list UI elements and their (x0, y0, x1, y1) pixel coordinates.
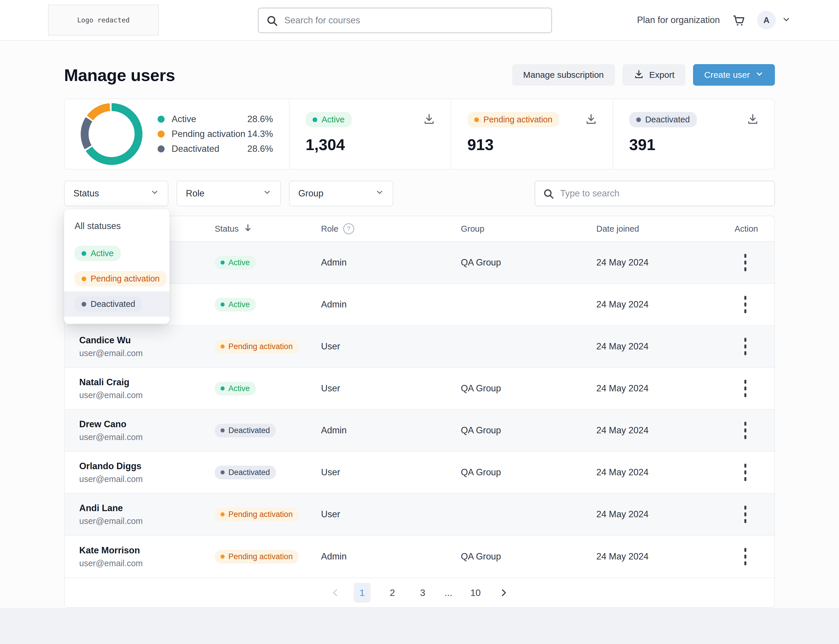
next-page-button[interactable] (499, 588, 509, 598)
download-button[interactable] (423, 112, 435, 126)
account-chevron-down-icon[interactable] (782, 15, 791, 25)
table-row: Andi Lane user@email.com Pending activat… (65, 494, 774, 536)
previous-page-button[interactable] (330, 588, 340, 598)
table-row: Active Admin QA Group 24 May 2024 (65, 242, 774, 284)
status-dot-icon (313, 117, 317, 122)
table-header-row: Status Role ? Group Date joined Action (65, 216, 774, 242)
status-badge: Deactivated (629, 112, 697, 127)
plan-for-organization-link[interactable]: Plan for organization (637, 15, 720, 25)
status-badge: Active (215, 298, 256, 312)
legend-item: Pending activation 14.3% (158, 129, 273, 139)
download-button[interactable] (585, 112, 598, 126)
status-dot-icon (220, 512, 225, 516)
status-filter-label: Status (74, 188, 99, 199)
kebab-icon (744, 422, 746, 426)
row-actions-button[interactable] (742, 419, 749, 442)
row-actions-button[interactable] (742, 335, 749, 358)
row-actions-button[interactable] (742, 251, 749, 274)
status-badge-label: Deactivated (228, 426, 270, 435)
logo[interactable]: Logo redacted (48, 5, 159, 36)
pagination-ellipsis: ... (445, 588, 452, 598)
page-button-10[interactable]: 10 (466, 583, 486, 603)
status-dot-icon (220, 470, 225, 475)
cart-button[interactable] (732, 13, 745, 27)
kebab-icon (744, 463, 746, 468)
kebab-icon (744, 338, 746, 342)
status-dot-icon (82, 276, 86, 281)
status-filter-menu: All statuses Active Pending activation D… (64, 209, 169, 324)
users-table: Status Role ? Group Date joined Action A… (64, 216, 775, 608)
create-user-label: Create user (704, 70, 750, 80)
group-cell: QA Group (461, 383, 596, 394)
page-button-2[interactable]: 2 (384, 583, 401, 603)
legend-item: Active 28.6% (158, 114, 273, 125)
role-cell: User (321, 509, 461, 519)
column-header-group: Group (461, 224, 596, 234)
date-joined-cell: 24 May 2024 (596, 425, 729, 435)
user-stats-card: Active 28.6% Pending activation 14.3% De… (64, 99, 775, 169)
role-filter-dropdown[interactable]: Role (177, 181, 281, 206)
download-icon (423, 112, 435, 125)
user-email: user@email.com (79, 391, 215, 400)
status-menu-option[interactable]: Deactivated (64, 291, 169, 317)
create-user-chevron-down-icon (755, 70, 764, 80)
column-header-role: Role ? (321, 223, 461, 234)
column-header-date-joined: Date joined (596, 224, 729, 234)
status-filter-dropdown[interactable]: Status (64, 181, 168, 206)
legend-dot-icon (158, 116, 164, 123)
donut-legend: Active 28.6% Pending activation 14.3% De… (158, 114, 273, 154)
row-actions-button[interactable] (742, 503, 749, 526)
search-icon (543, 188, 554, 201)
status-badge-label: Active (228, 384, 250, 393)
status-dot-icon (82, 251, 86, 256)
kebab-icon (744, 254, 746, 258)
download-icon (746, 112, 759, 125)
page-button-1[interactable]: 1 (354, 583, 371, 603)
status-badge-label: Pending activation (228, 342, 293, 351)
row-actions-button[interactable] (742, 294, 749, 315)
column-header-status[interactable]: Status (215, 223, 321, 235)
role-filter-label: Role (186, 188, 205, 199)
search-icon (266, 15, 278, 28)
status-badge-label: Active (322, 115, 345, 125)
status-menu-option-all[interactable]: All statuses (64, 213, 169, 241)
help-icon[interactable]: ? (343, 223, 354, 234)
group-cell: QA Group (461, 257, 596, 268)
avatar[interactable]: A (757, 11, 776, 30)
role-cell: Admin (321, 257, 461, 268)
status-badge: Pending activation (467, 112, 559, 127)
user-name: Candice Wu (79, 335, 215, 346)
export-button[interactable]: Export (622, 64, 686, 85)
logo-text: Logo redacted (77, 16, 130, 24)
create-user-button[interactable]: Create user (693, 64, 775, 85)
table-search-input[interactable] (535, 181, 775, 206)
chevron-down-icon (263, 188, 271, 199)
status-badge: Deactivated (215, 466, 276, 479)
manage-subscription-button[interactable]: Manage subscription (512, 64, 615, 85)
user-email: user@email.com (79, 475, 215, 484)
row-actions-button[interactable] (742, 461, 749, 483)
stat-value: 1,304 (305, 135, 435, 154)
status-dot-icon (220, 555, 225, 559)
date-joined-cell: 24 May 2024 (596, 509, 729, 519)
download-button[interactable] (746, 112, 759, 126)
course-search-input[interactable] (258, 8, 552, 33)
page-button-3[interactable]: 3 (414, 583, 431, 603)
legend-percent: 28.6% (247, 144, 273, 154)
date-joined-cell: 24 May 2024 (596, 341, 729, 352)
group-filter-dropdown[interactable]: Group (289, 181, 393, 206)
group-filter-label: Group (298, 188, 323, 199)
status-menu-option[interactable]: Pending activation (64, 266, 169, 291)
status-menu-option[interactable]: Active (64, 241, 169, 266)
sort-descending-icon[interactable] (243, 223, 253, 235)
row-actions-button[interactable] (742, 545, 749, 568)
status-badge-label: Pending activation (483, 115, 552, 125)
cart-icon (732, 13, 745, 27)
row-actions-button[interactable] (742, 377, 749, 399)
status-badge-label: Deactivated (90, 299, 135, 309)
user-name: Kate Morrison (79, 545, 215, 556)
kebab-icon (744, 506, 746, 510)
status-badge: Active (305, 112, 351, 127)
user-name: Natali Craig (79, 377, 215, 388)
legend-label: Pending activation (172, 129, 245, 139)
